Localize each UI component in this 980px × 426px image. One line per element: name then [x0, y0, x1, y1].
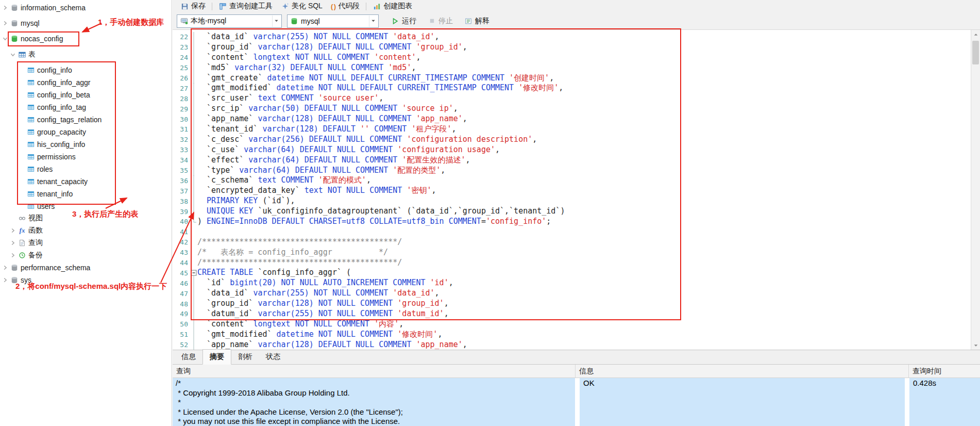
- result-time-cell[interactable]: 0.428s: [909, 378, 980, 426]
- stop-button[interactable]: 停止: [425, 15, 456, 27]
- column-header-info[interactable]: 信息: [576, 365, 909, 378]
- code-token: 'id': [430, 278, 449, 287]
- run-button[interactable]: 运行: [388, 15, 419, 27]
- editor-line[interactable]: 51 `gmt_modified` datetime NOT NULL COMM…: [173, 330, 971, 340]
- chevron-right-icon[interactable]: [10, 227, 16, 234]
- editor-line[interactable]: 42/*************************************…: [173, 237, 971, 248]
- tree-item-queries-group[interactable]: 查询: [0, 237, 172, 249]
- query-builder-button[interactable]: 查询创建工具: [214, 1, 277, 12]
- code-token: ,: [416, 53, 420, 62]
- editor-line[interactable]: 26 `gmt_create` datetime NOT NULL DEFAUL…: [173, 73, 971, 84]
- editor-scrollbar[interactable]: [971, 30, 980, 350]
- chevron-down-icon[interactable]: [10, 52, 16, 58]
- connection-select[interactable]: 本地-mysql: [177, 14, 282, 28]
- tree-item-config_tags_relation[interactable]: config_tags_relation: [0, 113, 172, 126]
- tab-profile[interactable]: 剖析: [231, 350, 259, 364]
- editor-line[interactable]: 29 `src_ip` varchar(50) DEFAULT NULL COM…: [173, 104, 971, 114]
- chevron-down-icon[interactable]: [2, 36, 8, 42]
- code-token: `c_desc`: [197, 135, 248, 144]
- editor-line[interactable]: 40) ENGINE=InnoDB DEFAULT CHARSET=utf8 C…: [173, 217, 971, 227]
- column-header-query-time[interactable]: 查询时间: [909, 365, 980, 378]
- chevron-right-icon[interactable]: [2, 265, 8, 271]
- editor-line[interactable]: 46 `id` bigint(20) NOT NULL AUTO_INCREME…: [173, 278, 971, 288]
- editor-line[interactable]: 47 `data_id` varchar(255) NOT NULL COMME…: [173, 288, 971, 299]
- run-icon: [391, 17, 399, 25]
- tree-item-backups-group[interactable]: 备份: [0, 249, 172, 261]
- tree-item-tenant_capacity[interactable]: tenant_capacity: [0, 175, 172, 188]
- scroll-up-icon[interactable]: [971, 30, 980, 39]
- editor-line[interactable]: 45CREATE TABLE `config_info_aggr` (: [173, 268, 971, 278]
- editor-line[interactable]: 22 `data_id` varchar(255) NOT NULL COMME…: [173, 32, 971, 42]
- code-token: '修改时间': [397, 330, 437, 339]
- tab-summary[interactable]: 摘要: [202, 349, 231, 365]
- editor-line[interactable]: 25 `md5` varchar(32) DEFAULT NULL COMMEN…: [173, 63, 971, 73]
- editor-line[interactable]: 38 PRIMARY KEY (`id`),: [173, 196, 971, 206]
- editor-line[interactable]: 32 `c_desc` varchar(256) DEFAULT NULL CO…: [173, 135, 971, 145]
- fold-collapse-icon[interactable]: [190, 268, 197, 278]
- code-text: `group_id` varchar(128) DEFAULT NULL COM…: [197, 42, 467, 53]
- editor-line[interactable]: 37 `encrypted_data_key` text NOT NULL CO…: [173, 186, 971, 196]
- create-chart-button[interactable]: 创建图表: [368, 1, 416, 12]
- code-token: (`id`),: [258, 196, 295, 205]
- chevron-right-icon[interactable]: [2, 20, 8, 26]
- editor-line[interactable]: 28 `src_user` text COMMENT 'source user'…: [173, 93, 971, 104]
- editor-line[interactable]: 52 `app_name` varchar(128) DEFAULT NULL …: [173, 340, 971, 350]
- column-header-query[interactable]: 查询: [173, 365, 576, 378]
- chevron-right-icon[interactable]: [2, 277, 8, 283]
- tree-item-permissions[interactable]: permissions: [0, 151, 172, 163]
- dropdown-arrow-icon[interactable]: [272, 15, 280, 27]
- editor-line[interactable]: 35 `type` varchar(64) DEFAULT NULL COMME…: [173, 166, 971, 176]
- beautify-sql-button[interactable]: 美化 SQL: [277, 1, 327, 12]
- tab-status[interactable]: 状态: [259, 350, 287, 364]
- tree-item-roles[interactable]: roles: [0, 163, 172, 175]
- editor-line[interactable]: 36 `c_schema` text COMMENT '配置的模式',: [173, 175, 971, 186]
- tree-item-config_info_beta[interactable]: config_info_beta: [0, 89, 172, 101]
- editor-line[interactable]: 41: [173, 227, 971, 237]
- database-select[interactable]: mysql: [287, 14, 379, 28]
- tree-item-group_capacity[interactable]: group_capacity: [0, 126, 172, 138]
- editor-line[interactable]: 39 UNIQUE KEY `uk_configinfo_datagroupte…: [173, 206, 971, 217]
- editor-line[interactable]: 24 `content` longtext NOT NULL COMMENT '…: [173, 53, 971, 63]
- tree-item-tables-group[interactable]: 表: [0, 48, 172, 61]
- code-snippet-button[interactable]: ( )代码段: [327, 1, 364, 12]
- tree-item-tenant_info[interactable]: tenant_info: [0, 188, 172, 200]
- code-token: 'config_info': [486, 217, 546, 226]
- tree-item-config_info_aggr[interactable]: config_info_aggr: [0, 76, 172, 89]
- dropdown-arrow-icon[interactable]: [369, 15, 377, 27]
- code-token: 'source ip': [402, 104, 453, 113]
- editor-line[interactable]: 48 `group_id` varchar(128) NOT NULL COMM…: [173, 299, 971, 309]
- editor-line[interactable]: 23 `group_id` varchar(128) DEFAULT NULL …: [173, 42, 971, 53]
- tree-item-config_info[interactable]: config_info: [0, 64, 172, 76]
- editor-line[interactable]: 49 `datum_id` varchar(255) NOT NULL COMM…: [173, 309, 971, 319]
- tree-item-his_config_info[interactable]: his_config_info: [0, 138, 172, 151]
- code-text: `src_ip` varchar(50) DEFAULT NULL COMMEN…: [197, 104, 458, 114]
- editor-line[interactable]: 30 `app_name` varchar(128) DEFAULT NULL …: [173, 114, 971, 124]
- result-info-cell[interactable]: OK: [580, 378, 905, 426]
- tree-item-config_info_tag[interactable]: config_info_tag: [0, 101, 172, 113]
- editor-line[interactable]: 43/* 表名称 = config_info_aggr */: [173, 248, 971, 258]
- editor-line[interactable]: 31 `tenant_id` varchar(128) DEFAULT '' C…: [173, 124, 971, 135]
- save-button[interactable]: 保存: [176, 1, 210, 12]
- code-token: 'app_name': [416, 340, 462, 349]
- sql-editor[interactable]: 22 `data_id` varchar(255) NOT NULL COMME…: [173, 30, 971, 350]
- code-text: PRIMARY KEY (`id`),: [197, 196, 295, 206]
- tree-item-performance_schema[interactable]: performance_schema: [0, 261, 172, 274]
- scroll-down-icon[interactable]: [971, 341, 980, 350]
- scrollbar-thumb[interactable]: [972, 41, 979, 64]
- explain-button[interactable]: 解释: [461, 15, 493, 27]
- chevron-right-icon[interactable]: [10, 252, 16, 258]
- editor-line[interactable]: 34 `effect` varchar(64) DEFAULT NULL COM…: [173, 155, 971, 166]
- editor-line[interactable]: 27 `gmt_modified` datetime NOT NULL DEFA…: [173, 83, 971, 93]
- tree-item-label: information_schema: [21, 4, 86, 12]
- tab-info[interactable]: 信息: [175, 350, 202, 364]
- chevron-right-icon[interactable]: [2, 5, 8, 11]
- tree-item-functions-group[interactable]: fx函数: [0, 224, 172, 237]
- tree-item-information_schema[interactable]: information_schema: [0, 2, 172, 14]
- tree-item-nocas_config[interactable]: nocas_config: [0, 32, 172, 45]
- editor-line[interactable]: 50 `content` longtext NOT NULL COMMENT '…: [173, 319, 971, 330]
- code-token: 'source user': [318, 93, 379, 103]
- result-query-cell[interactable]: /* * Copyright 1999-2018 Alibaba Group H…: [173, 378, 575, 426]
- chevron-right-icon[interactable]: [10, 240, 16, 246]
- editor-line[interactable]: 44/*************************************…: [173, 258, 971, 268]
- editor-line[interactable]: 33 `c_use` varchar(64) DEFAULT NULL COMM…: [173, 145, 971, 155]
